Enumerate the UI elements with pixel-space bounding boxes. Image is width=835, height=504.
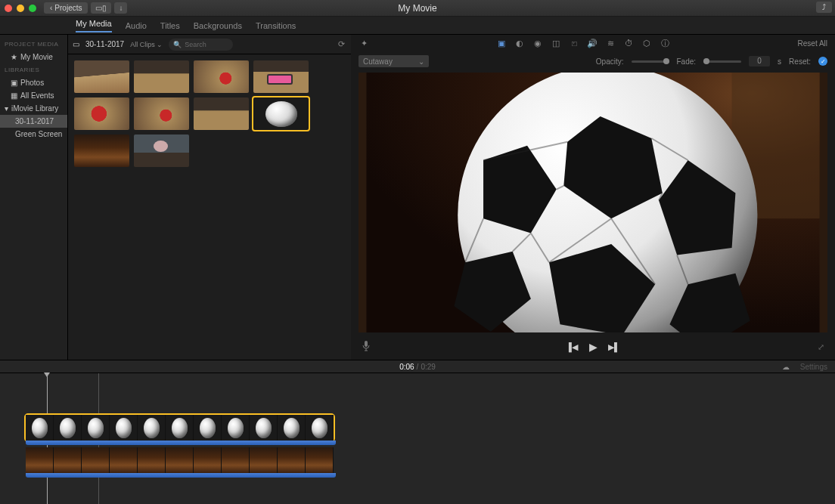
back-label: Projects — [54, 4, 82, 12]
audio-waveform-main[interactable] — [26, 473, 336, 478]
opacity-slider[interactable] — [632, 60, 669, 63]
clip-thumb[interactable] — [194, 60, 249, 93]
filter-icon[interactable]: ⬡ — [641, 38, 652, 48]
info-icon[interactable]: ⓘ — [660, 38, 670, 48]
clip-frame — [82, 447, 110, 473]
clip-frame — [166, 447, 194, 473]
crop-icon[interactable]: ◫ — [551, 38, 561, 48]
opacity-label: Opacity: — [596, 57, 624, 66]
voiceover-mic-icon[interactable] — [362, 341, 371, 353]
clip-browser: ▭ 30-11-2017 All Clips ⌄ 🔍 Search ⟳ — [68, 35, 351, 360]
clip-frame — [54, 415, 82, 441]
reset-apply-button[interactable]: ✓ — [818, 57, 827, 66]
tab-my-media[interactable]: My Media — [76, 19, 112, 32]
tab-titles[interactable]: Titles — [160, 21, 180, 30]
browser-event-title: 30-11-2017 — [85, 40, 124, 48]
sidebar-item-event-2[interactable]: Green Screen — [0, 128, 67, 141]
clip-frame — [306, 415, 334, 441]
share-button[interactable]: ⤴ — [816, 2, 832, 13]
overlay-controls: Cutaway⌄ Opacity: Fade: 0 s Reset: ✓ — [351, 51, 835, 71]
content-creation-icon[interactable]: ⟳ — [336, 39, 346, 50]
magic-wand-icon[interactable]: ✦ — [359, 38, 369, 48]
timeline[interactable] — [0, 373, 835, 504]
fade-slider[interactable] — [703, 60, 741, 63]
fade-value-field[interactable]: 0 — [749, 56, 770, 66]
reset-label: Reset: — [789, 57, 811, 66]
clip-frame — [26, 415, 54, 441]
clip-frame — [250, 447, 278, 473]
clip-frame — [54, 447, 82, 473]
sidebar-heading-project: PROJECT MEDIA — [0, 38, 67, 51]
noise-eq-icon[interactable]: ≋ — [605, 38, 616, 48]
search-placeholder: Search — [185, 41, 206, 48]
clip-thumb[interactable] — [253, 60, 309, 93]
clip-frame — [110, 415, 138, 441]
zoom-window[interactable] — [29, 5, 36, 12]
titlebar: ‹ Projects ▭▯ ↓ My Movie ⤴ — [0, 0, 835, 17]
back-projects-button[interactable]: ‹ Projects — [44, 2, 88, 14]
color-balance-icon[interactable]: ◐ — [514, 38, 525, 48]
import-button[interactable]: ↓ — [114, 2, 127, 14]
window-title: My Movie — [398, 3, 436, 14]
clip-thumb-selected[interactable] — [253, 97, 309, 130]
library-tabs: My Media Audio Titles Backgrounds Transi… — [0, 17, 835, 35]
preview-content — [359, 73, 827, 332]
tab-audio[interactable]: Audio — [126, 21, 147, 30]
clip-filter-dropdown[interactable]: All Clips ⌄ — [130, 41, 163, 48]
overlay-mode-dropdown[interactable]: Cutaway⌄ — [359, 55, 429, 67]
clip-frame — [194, 415, 222, 441]
download-arrow-icon: ↓ — [119, 4, 123, 12]
audio-waveform-overlay[interactable] — [26, 441, 336, 445]
clip-frame — [194, 447, 222, 473]
sidebar-item-event-1[interactable]: 30-11-2017 — [0, 115, 67, 128]
browser-toolbar: ▭ 30-11-2017 All Clips ⌄ 🔍 Search ⟳ — [68, 35, 351, 54]
sidebar-item-all-events[interactable]: ▦ All Events — [0, 89, 67, 102]
star-icon: ★ — [11, 53, 17, 61]
fullscreen-icon[interactable]: ⤢ — [818, 342, 824, 352]
clip-thumb[interactable] — [74, 97, 129, 130]
clip-frame — [138, 447, 166, 473]
clip-frame — [306, 447, 334, 473]
clip-thumbnails — [68, 54, 351, 173]
photos-icon: ▣ — [11, 79, 17, 87]
stabilize-icon[interactable]: ⏍ — [569, 38, 579, 48]
speed-icon[interactable]: ⏱ — [623, 38, 634, 48]
play-button[interactable]: ▶ — [588, 342, 598, 352]
clip-thumb[interactable] — [134, 60, 189, 93]
preview-canvas[interactable] — [359, 73, 827, 332]
time-total: 0:29 — [421, 363, 435, 371]
svg-rect-9 — [365, 341, 368, 347]
clip-frame — [222, 415, 250, 441]
clip-frame — [278, 447, 306, 473]
overlay-settings-icon[interactable]: ▣ — [496, 38, 507, 48]
close-window[interactable] — [5, 5, 12, 12]
sidebar-item-project[interactable]: ★ My Movie — [0, 51, 67, 63]
clip-thumb[interactable] — [134, 135, 189, 167]
timeline-settings-button[interactable]: Settings — [800, 363, 827, 371]
time-current: 0:06 — [399, 363, 414, 371]
volume-icon[interactable]: 🔊 — [587, 38, 598, 48]
next-frame-button[interactable]: ▶▌ — [609, 342, 619, 352]
clip-thumb[interactable] — [74, 135, 129, 167]
fade-label: Fade: — [677, 57, 697, 66]
timeline-overlay-track[interactable] — [26, 415, 334, 441]
search-input[interactable]: 🔍 Search — [169, 39, 233, 51]
sidebar-item-library[interactable]: ▾ iMovie Library — [0, 102, 67, 115]
view-layout-button[interactable]: ▭▯ — [91, 2, 111, 14]
color-correct-icon[interactable]: ◉ — [532, 38, 543, 48]
minimize-window[interactable] — [17, 5, 24, 12]
clip-thumb[interactable] — [74, 60, 129, 93]
tab-backgrounds[interactable]: Backgrounds — [194, 21, 242, 30]
clip-frame — [82, 415, 110, 441]
filmstrip-toggle-icon[interactable]: ▭ — [73, 40, 79, 48]
window-controls — [5, 5, 36, 12]
search-icon: 🔍 — [173, 41, 182, 48]
sidebar-item-photos[interactable]: ▣ Photos — [0, 76, 67, 89]
clip-thumb[interactable] — [194, 97, 249, 130]
prev-frame-button[interactable]: ▐◀ — [566, 342, 577, 352]
timeline-main-track[interactable] — [26, 447, 334, 473]
tab-transitions[interactable]: Transitions — [256, 21, 296, 30]
clip-thumb[interactable] — [134, 97, 189, 130]
reset-all-button[interactable]: Reset All — [798, 39, 827, 48]
timeline-index-icon[interactable]: ☁ — [782, 363, 790, 371]
